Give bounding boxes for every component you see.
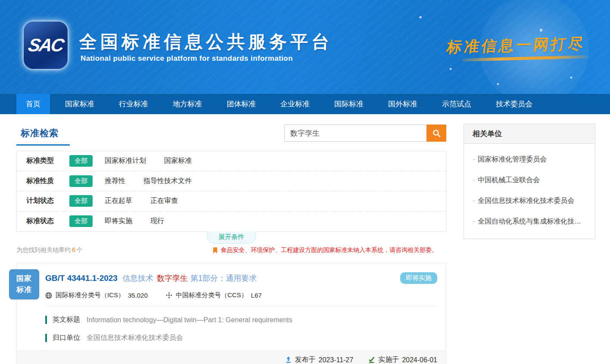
results-count-number: 6 [72, 246, 75, 253]
committee-value: 全国信息技术标准化技术委员会 [87, 333, 183, 342]
results-count: 为您找到相关结果约6个 [16, 246, 83, 254]
results-count-prefix: 为您找到相关结果约 [16, 246, 71, 253]
title-underline-decoration [16, 144, 70, 146]
published-date-item: 发布于 2023-11-27 [285, 355, 354, 364]
standard-code-link[interactable]: GB/T 43441.1-2023 [45, 274, 118, 283]
filter-all-badge[interactable]: 全部 [69, 155, 93, 167]
implemented-date: 2024-06-01 [402, 356, 437, 364]
ccs-label: 中国标准分类号（CCS） [176, 291, 248, 299]
english-title-row: 英文标题 Information technology—Digital twin… [17, 315, 446, 324]
search-input[interactable] [284, 124, 426, 142]
filter-label: 标准类型 [26, 156, 69, 165]
nav-tab-international-standards[interactable]: 国际标准 [325, 94, 373, 114]
filter-label: 标准性质 [26, 177, 69, 186]
classification-row: 国际标准分类号（ICS） 35.020 中国标准分类号（CCS） L67 [45, 291, 437, 306]
site-subtitle: National public service platform for sta… [81, 54, 293, 63]
related-unit-link[interactable]: 全国自动化系统与集成标准化技… [473, 211, 586, 232]
standard-title-part[interactable]: 信息技术 [122, 273, 153, 283]
standard-type-badge: 国家 标准 [9, 269, 39, 299]
search-box [284, 124, 446, 142]
filter-option[interactable]: 正在起草 [105, 196, 132, 205]
ccs-value: L67 [251, 292, 262, 299]
notice-text: 食品安全、环境保护、工程建设方面的国家标准未纳入本系统，请咨询相关部委。 [221, 246, 438, 254]
card-header: GB/T 43441.1-2023 信息技术 数字孪生 第1部分：通用要求 即将… [17, 263, 446, 306]
nav-tab-technical-committee[interactable]: 技术委员会 [486, 94, 542, 114]
detail-bar-decoration [45, 334, 47, 342]
filter-row-standard-type: 标准类型 全部 国家标准计划 国家标准 [17, 151, 446, 171]
nav-tab-local-standards[interactable]: 地方标准 [163, 94, 212, 114]
header-slogan: 标准信息一网打尽 [445, 34, 586, 57]
filter-option[interactable]: 国家标准计划 [105, 156, 146, 165]
expand-conditions-button[interactable]: 展开条件 [207, 231, 256, 244]
page-title: 标准检索 [16, 124, 70, 144]
standard-title-row: GB/T 43441.1-2023 信息技术 数字孪生 第1部分：通用要求 即将… [45, 272, 437, 284]
committee-row: 归口单位 全国信息技术标准化技术委员会 [17, 333, 446, 342]
site-header: SAC 全国标准信息公共服务平台 National public service… [0, 0, 610, 94]
ics-label: 国际标准分类号（ICS） [56, 291, 124, 299]
published-date: 2023-11-27 [319, 356, 354, 364]
filter-option[interactable]: 即将实施 [105, 217, 132, 226]
results-count-suffix: 个 [77, 246, 83, 253]
filter-row-plan-status: 计划状态 全部 正在起草 正在审查 [17, 191, 446, 212]
related-unit-link[interactable]: 全国信息技术标准化技术委员会 [473, 190, 586, 211]
filter-all-badge[interactable]: 全部 [69, 195, 93, 207]
related-units-sidebar: 相关单位 国家标准化管理委员会 中国机械工业联合会 全国信息技术标准化技术委员会… [464, 124, 595, 364]
related-unit-link[interactable]: 中国机械工业联合会 [473, 170, 586, 190]
implemented-label: 实施于 [378, 355, 399, 364]
ics-value: 35.020 [128, 292, 148, 299]
filter-option[interactable]: 指导性技术文件 [143, 177, 192, 186]
related-units-panel: 相关单位 国家标准化管理委员会 中国机械工业联合会 全国信息技术标准化技术委员会… [464, 124, 595, 239]
type-badge-line2: 标准 [16, 284, 32, 296]
published-label: 发布于 [295, 355, 316, 364]
nav-tab-national-standards[interactable]: 国家标准 [56, 94, 104, 114]
nav-tab-industry-standards[interactable]: 行业标准 [109, 94, 158, 114]
search-section-header: 标准检索 [16, 124, 446, 146]
bookmark-icon [213, 247, 218, 254]
filter-all-badge[interactable]: 全部 [69, 175, 93, 187]
detail-label: 英文标题 [53, 315, 80, 324]
nav-tab-home[interactable]: 首页 [16, 94, 50, 114]
detail-bar-decoration [45, 316, 47, 324]
standard-title-highlight[interactable]: 数字孪生 [157, 273, 188, 283]
filter-option[interactable]: 推荐性 [105, 177, 125, 186]
standard-title-part[interactable]: 第1部分：通用要求 [190, 273, 257, 283]
system-notice: 食品安全、环境保护、工程建设方面的国家标准未纳入本系统，请咨询相关部委。 [213, 246, 438, 254]
status-badge: 即将实施 [400, 272, 437, 284]
search-button[interactable] [426, 124, 446, 142]
nav-tab-enterprise-standards[interactable]: 企业标准 [271, 94, 319, 114]
card-footer: 发布于 2023-11-27 实施于 2024-06-01 [17, 351, 446, 364]
filter-option[interactable]: 现行 [150, 217, 164, 226]
detail-label: 归口单位 [53, 333, 80, 342]
standard-result-card: 国家 标准 GB/T 43441.1-2023 信息技术 数字孪生 第1部分：通… [16, 263, 446, 364]
filter-row-standard-status: 标准状态 全部 即将实施 现行 [17, 212, 446, 232]
nav-tab-group-standards[interactable]: 团体标准 [217, 94, 265, 114]
type-badge-line1: 国家 [16, 273, 32, 284]
related-units-title: 相关单位 [464, 124, 595, 144]
main-content: 标准检索 标准类型 全部 国家标准计划 国家标准 [0, 114, 610, 364]
search-results-column: 标准检索 标准类型 全部 国家标准计划 国家标准 [16, 124, 446, 364]
english-title-value: Information technology—Digital twin—Part… [87, 316, 293, 324]
filter-all-badge[interactable]: 全部 [69, 215, 93, 227]
search-icon [433, 129, 441, 137]
compass-icon [166, 292, 172, 299]
implement-check-icon [368, 356, 375, 364]
related-unit-link[interactable]: 国家标准化管理委员会 [473, 149, 586, 170]
filter-label: 标准状态 [26, 217, 69, 226]
results-info-row: 为您找到相关结果约6个 食品安全、环境保护、工程建设方面的国家标准未纳入本系统，… [16, 246, 446, 254]
implemented-date-item: 实施于 2024-06-01 [368, 355, 437, 364]
globe-icon [45, 292, 52, 299]
filter-label: 计划状态 [26, 196, 69, 205]
site-title: 全国标准信息公共服务平台 [79, 30, 333, 54]
nav-tab-foreign-standards[interactable]: 国外标准 [379, 94, 427, 114]
sac-logo-text: SAC [27, 35, 65, 56]
filter-option[interactable]: 国家标准 [164, 156, 192, 165]
filter-row-standard-nature: 标准性质 全部 推荐性 指导性技术文件 [17, 171, 446, 192]
related-units-list: 国家标准化管理委员会 中国机械工业联合会 全国信息技术标准化技术委员会 全国自动… [464, 144, 595, 239]
expand-conditions-wrap: 展开条件 [16, 232, 446, 244]
filter-panel: 标准类型 全部 国家标准计划 国家标准 标准性质 全部 推荐性 指导性技术文件 … [16, 151, 446, 232]
nav-tab-pilot-program[interactable]: 示范试点 [433, 94, 481, 114]
publish-upload-icon [285, 356, 292, 364]
sac-logo[interactable]: SAC [24, 22, 68, 69]
section-title-block: 标准检索 [16, 124, 70, 146]
filter-option[interactable]: 正在审查 [150, 196, 178, 205]
